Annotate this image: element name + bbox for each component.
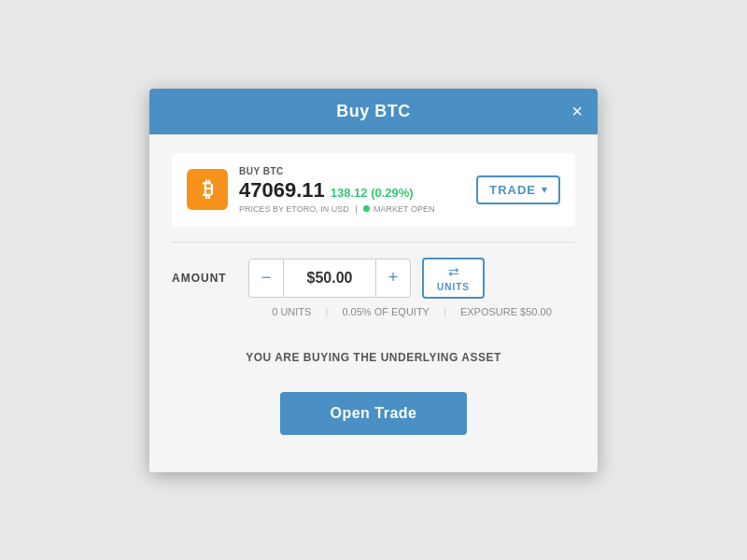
market-status: MARKET OPEN	[374, 204, 434, 214]
asset-info-row: ₿ BUY BTC 47069.11 138.12 (0.29%) PRICES…	[172, 153, 575, 227]
modal-header: Buy BTC ×	[149, 89, 598, 134]
increase-button[interactable]: +	[376, 259, 410, 297]
underlying-message: YOU ARE BUYING THE UNDERLYING ASSET	[172, 332, 575, 392]
asset-price-value: 47069.11	[239, 178, 325, 203]
asset-meta: PRICES BY ETORO, IN USD | MARKET OPEN	[239, 204, 434, 214]
asset-change: 138.12 (0.29%)	[331, 186, 414, 200]
trade-dropdown-label: TRADE	[489, 183, 536, 197]
asset-left: ₿ BUY BTC 47069.11 138.12 (0.29%) PRICES…	[187, 166, 434, 214]
exposure-value: EXPOSURE $50.00	[460, 306, 552, 317]
trade-dropdown[interactable]: TRADE ▾	[476, 175, 560, 204]
units-value: 0 UNITS	[272, 306, 311, 317]
buy-btc-modal: Buy BTC × ₿ BUY BTC 47069.11 138.12 (0.2…	[149, 89, 598, 472]
decrease-button[interactable]: −	[249, 259, 283, 297]
btc-icon: ₿	[187, 169, 228, 210]
market-open-dot	[363, 205, 370, 212]
modal-title: Buy BTC	[336, 102, 411, 121]
open-trade-button[interactable]: Open Trade	[280, 392, 467, 435]
amount-input[interactable]	[283, 259, 376, 297]
close-button[interactable]: ×	[571, 102, 583, 120]
amount-controls: − +	[248, 259, 411, 298]
modal-body: ₿ BUY BTC 47069.11 138.12 (0.29%) PRICES…	[149, 134, 598, 472]
amount-meta: 0 UNITS | 0.05% OF EQUITY | EXPOSURE $50…	[172, 306, 575, 317]
equity-value: 0.05% OF EQUITY	[342, 306, 430, 317]
units-label: UNITS	[437, 282, 470, 292]
divider	[172, 242, 575, 243]
separator-1: |	[325, 306, 328, 317]
units-toggle-button[interactable]: ⇄ UNITS	[422, 258, 485, 299]
asset-buy-label: BUY BTC	[239, 166, 434, 176]
swap-icon: ⇄	[448, 264, 459, 279]
amount-label: AMOUNT	[172, 272, 237, 285]
chevron-down-icon: ▾	[542, 183, 547, 196]
asset-price-row: 47069.11 138.12 (0.29%)	[239, 178, 434, 203]
amount-row: AMOUNT − + ⇄ UNITS	[172, 258, 575, 299]
separator-2: |	[444, 306, 446, 317]
asset-provider: PRICES BY ETORO, IN USD	[239, 204, 349, 214]
asset-info: BUY BTC 47069.11 138.12 (0.29%) PRICES B…	[239, 166, 434, 214]
